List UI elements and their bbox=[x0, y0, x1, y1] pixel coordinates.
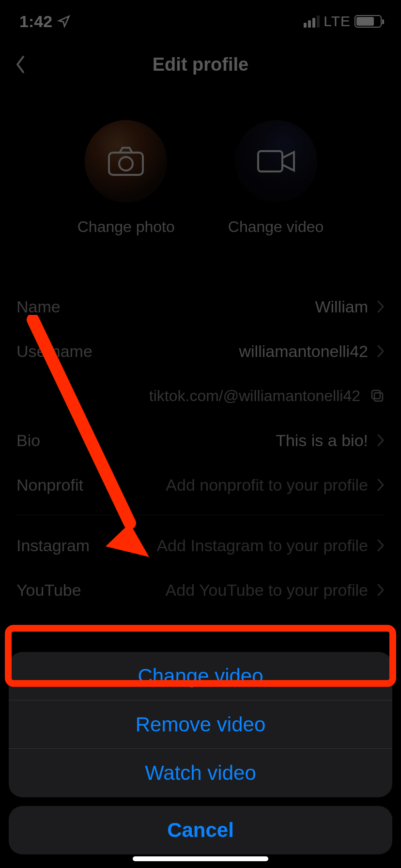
username-label: Username bbox=[16, 342, 93, 361]
location-icon bbox=[57, 15, 71, 28]
battery-icon bbox=[355, 15, 382, 28]
name-value: William bbox=[315, 297, 368, 316]
instagram-label: Instagram bbox=[16, 536, 90, 555]
sheet-cancel-button[interactable]: Cancel bbox=[9, 806, 392, 854]
home-indicator[interactable] bbox=[133, 856, 268, 861]
youtube-row[interactable]: YouTube Add YouTube to your profile bbox=[0, 568, 401, 612]
page-title: Edit profile bbox=[153, 54, 248, 75]
status-bar: 1:42 LTE bbox=[0, 0, 401, 43]
divider bbox=[16, 515, 385, 515]
copy-icon[interactable] bbox=[370, 388, 385, 403]
svg-rect-0 bbox=[109, 153, 143, 175]
nonprofit-placeholder: Add nonprofit to your profile bbox=[166, 476, 368, 495]
change-photo-button[interactable]: Change photo bbox=[77, 120, 175, 236]
nav-header: Edit profile bbox=[0, 43, 401, 86]
chevron-right-icon bbox=[377, 583, 385, 597]
nonprofit-row[interactable]: Nonprofit Add nonprofit to your profile bbox=[0, 463, 401, 507]
status-time: 1:42 bbox=[19, 12, 52, 31]
chevron-right-icon bbox=[377, 344, 385, 358]
sheet-remove-video-button[interactable]: Remove video bbox=[9, 700, 392, 749]
youtube-label: YouTube bbox=[16, 581, 81, 600]
change-video-label: Change video bbox=[228, 218, 324, 236]
chevron-right-icon bbox=[377, 434, 385, 447]
instagram-placeholder: Add Instagram to your profile bbox=[156, 536, 368, 555]
chevron-right-icon bbox=[377, 478, 385, 492]
username-row[interactable]: Username williamantonelli42 bbox=[0, 329, 401, 373]
signal-icon bbox=[304, 16, 320, 28]
back-button[interactable] bbox=[15, 55, 26, 74]
action-sheet: Change video Remove video Watch video Ca… bbox=[0, 652, 401, 868]
svg-rect-3 bbox=[374, 393, 383, 401]
instagram-row[interactable]: Instagram Add Instagram to your profile bbox=[0, 523, 401, 568]
sheet-change-video-button[interactable]: Change video bbox=[9, 652, 392, 700]
name-row[interactable]: Name William bbox=[0, 284, 401, 329]
profile-link-text: tiktok.com/@williamantonelli42 bbox=[149, 387, 360, 405]
network-label: LTE bbox=[324, 13, 351, 30]
bio-value: This is a bio! bbox=[276, 431, 368, 450]
nonprofit-label: Nonprofit bbox=[16, 476, 83, 495]
bio-label: Bio bbox=[16, 431, 40, 450]
svg-rect-2 bbox=[258, 151, 282, 171]
chevron-right-icon bbox=[377, 300, 385, 313]
svg-point-1 bbox=[119, 157, 133, 170]
sheet-watch-video-button[interactable]: Watch video bbox=[9, 749, 392, 797]
name-label: Name bbox=[16, 297, 61, 316]
svg-rect-4 bbox=[372, 390, 380, 399]
video-icon bbox=[256, 148, 296, 174]
camera-icon bbox=[107, 146, 145, 177]
youtube-placeholder: Add YouTube to your profile bbox=[166, 581, 368, 600]
username-value: williamantonelli42 bbox=[239, 342, 368, 361]
change-video-button[interactable]: Change video bbox=[228, 120, 324, 236]
bio-row[interactable]: Bio This is a bio! bbox=[0, 418, 401, 463]
chevron-right-icon bbox=[377, 539, 385, 552]
change-photo-label: Change photo bbox=[77, 218, 175, 236]
profile-link-row[interactable]: tiktok.com/@williamantonelli42 bbox=[0, 373, 401, 418]
